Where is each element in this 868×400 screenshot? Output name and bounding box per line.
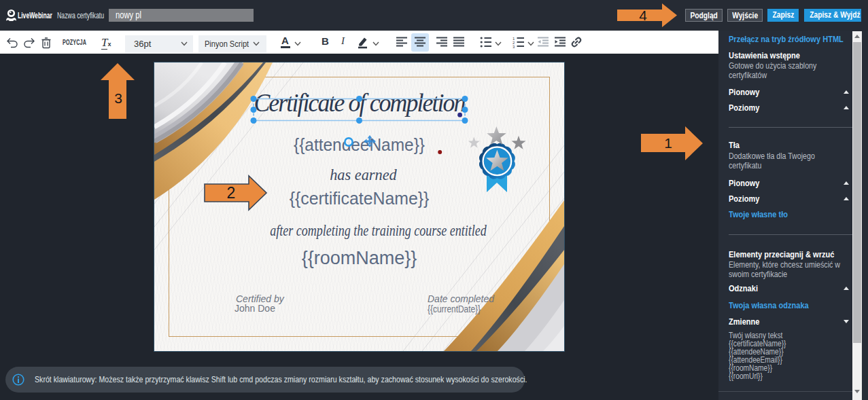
svg-text:2: 2 bbox=[227, 184, 236, 202]
svg-text:3: 3 bbox=[114, 90, 122, 106]
svg-text:4: 4 bbox=[639, 7, 647, 23]
svg-text:3: 3 bbox=[513, 45, 515, 49]
svg-text:1: 1 bbox=[664, 135, 672, 151]
